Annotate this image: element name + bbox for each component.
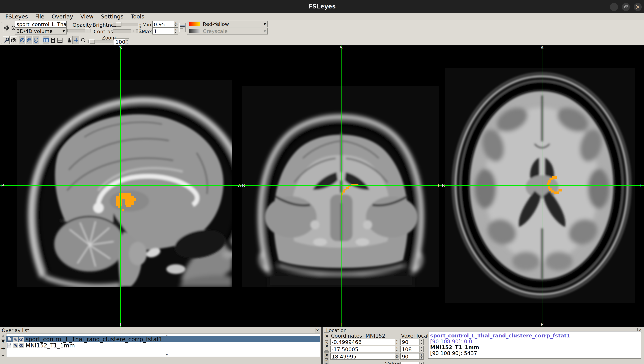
overlay-list-row[interactable]: MNI152_T1_1mm — [6, 342, 320, 348]
toggle-sagittal-button[interactable] — [19, 36, 26, 44]
remove-overlay-button[interactable]: - — [1, 352, 6, 358]
opacity-slider-handle[interactable] — [85, 28, 90, 33]
volume-spinbox[interactable]: ▲▼ — [400, 362, 423, 364]
reset-brightness-contrast-button[interactable]: RESET — [139, 23, 142, 33]
overlay-name[interactable]: sport_control_L_Thal_rand_clustere_corrp… — [26, 336, 162, 342]
coronal-view-canvas[interactable] — [242, 86, 439, 287]
voxel-x-spinbox[interactable]: 90 ▲▼ — [400, 339, 423, 345]
title-bar[interactable]: FSLeyes × — [0, 0, 644, 13]
menu-settings[interactable]: Settings — [97, 13, 127, 20]
document-icon[interactable] — [7, 336, 12, 342]
restore-button[interactable] — [622, 3, 630, 11]
max-spinbox[interactable]: 1 ▲▼ — [152, 28, 178, 34]
contrast-slider[interactable] — [113, 29, 138, 33]
voxel-z-spinbox[interactable]: 90 ▲▼ — [400, 353, 423, 360]
menu-overlay[interactable]: Overlay — [48, 13, 77, 20]
crosshair-plus-icon — [74, 38, 79, 43]
colormap-value: Red-Yellow — [203, 21, 262, 27]
tab-location[interactable]: Location — [324, 332, 329, 352]
overlay-name[interactable]: MNI152_T1_1mm — [26, 342, 75, 349]
max-value[interactable]: 1 — [153, 28, 174, 34]
coordinate-y-spinbox[interactable]: -17.50005 ▲▼ — [330, 346, 399, 352]
colormap-select[interactable]: Red-Yellow ▼ — [187, 21, 268, 28]
panel-sash[interactable] — [321, 327, 323, 364]
move-overlay-up-button[interactable]: ▲ — [1, 334, 6, 338]
brightness-slider[interactable] — [113, 23, 138, 26]
toggle-axial-button[interactable] — [33, 36, 39, 44]
overlay-list-close-button[interactable]: × — [315, 328, 320, 332]
unlink-overlay-button[interactable] — [13, 336, 18, 342]
toggle-coronal-button[interactable] — [26, 36, 33, 44]
magnify-mode-button[interactable] — [80, 36, 86, 44]
opacity-slider[interactable] — [67, 29, 91, 32]
coordinate-z-spinbox[interactable]: 18.49995 ▲▼ — [330, 353, 399, 360]
brightness-slider-handle[interactable] — [116, 22, 121, 27]
ortho-toolbar: Zoom 100 ▲▼ — [0, 35, 644, 46]
orientation-label: I — [120, 322, 121, 327]
spin-up-icon[interactable]: ▲ — [174, 28, 178, 32]
eye-icon — [19, 338, 24, 341]
zoom-slider-handle[interactable] — [89, 39, 95, 44]
minimize-button[interactable] — [610, 3, 618, 11]
overlay-list-title: Overlay list — [2, 328, 29, 333]
coronal-brain-icon — [27, 38, 32, 43]
layout-vertical-button[interactable] — [50, 36, 56, 44]
spin-up-icon[interactable]: ▲ — [125, 39, 129, 42]
orientation-label: L — [640, 183, 642, 188]
spin-down-icon[interactable]: ▼ — [125, 42, 129, 45]
orientation-label: A — [541, 46, 544, 50]
screenshot-button[interactable] — [10, 36, 17, 44]
close-button[interactable]: × — [634, 3, 642, 11]
contrast-slider-handle[interactable] — [131, 29, 136, 33]
overlay-list-row[interactable]: sport_control_L_Thal_rand_clustere_corrp… — [6, 336, 320, 342]
view-settings-button[interactable] — [3, 36, 10, 44]
voxel-y-spinbox[interactable]: 108 ▲▼ — [400, 346, 423, 352]
orientation-label: P — [1, 183, 4, 188]
close-icon: × — [316, 328, 319, 332]
zoom-label: Zoom — [102, 35, 116, 41]
gear-icon — [4, 25, 10, 31]
colourbar-toggle-button[interactable] — [179, 23, 185, 32]
overlay-display-settings-button[interactable] — [3, 24, 10, 32]
unlink-overlay-button[interactable] — [13, 343, 18, 348]
layout-grid-button[interactable] — [57, 36, 63, 44]
layout-horizontal-button[interactable] — [43, 36, 49, 44]
toolbar-grip[interactable] — [1, 36, 2, 44]
overlay-type-select[interactable]: 3D/4D volume ▼ — [15, 28, 67, 34]
toggle-visibility-button[interactable] — [19, 336, 24, 342]
ortho-canvas[interactable]: S I P A S I R L A P R L — [0, 46, 644, 327]
spin-down-icon[interactable]: ▼ — [174, 32, 178, 34]
overlay-type-value: 3D/4D volume — [17, 28, 61, 34]
zoom-spinbox[interactable]: 100 ▲▼ — [114, 38, 129, 45]
movie-mode-button[interactable] — [67, 36, 73, 44]
window-title: FSLeyes — [308, 3, 336, 10]
sagittal-brain-icon — [20, 38, 25, 43]
vertical-layout-icon — [51, 38, 55, 43]
dropdown-arrow-icon: ▼ — [262, 21, 267, 27]
tab-history[interactable]: History — [324, 352, 329, 364]
min-spinbox[interactable]: 0.95 ▲▼ — [152, 21, 178, 28]
menu-file[interactable]: File — [32, 13, 48, 20]
menu-fsleyes[interactable]: FSLeyes — [2, 13, 32, 20]
toolbar-grip[interactable] — [1, 22, 2, 32]
spin-down-icon[interactable]: ▼ — [174, 24, 178, 28]
spin-up-icon[interactable]: ▲ — [174, 22, 178, 24]
menu-tools[interactable]: Tools — [127, 13, 148, 20]
document-icon[interactable] — [7, 343, 12, 348]
toggle-cursor-button[interactable] — [73, 36, 79, 44]
toggle-visibility-button[interactable] — [19, 343, 24, 348]
zoom-value[interactable]: 100 — [114, 39, 125, 45]
move-overlay-down-button[interactable]: ▼ — [1, 338, 6, 344]
negative-colormap-select[interactable]: Greyscale ▼ — [187, 28, 268, 34]
overlay-list[interactable]: ▲ — [6, 333, 320, 357]
menu-view[interactable]: View — [77, 13, 97, 20]
add-overlay-button[interactable]: + — [1, 345, 6, 352]
scroll-down-icon[interactable]: ▼ — [163, 353, 170, 356]
coordinate-x-spinbox[interactable]: -0.4999466 ▲▼ — [330, 339, 399, 345]
sagittal-view-canvas[interactable] — [17, 80, 232, 287]
min-value[interactable]: 0.95 — [153, 22, 174, 27]
overlay-name-input[interactable]: sport_control_L_Thal_rand_cl — [15, 21, 67, 28]
crosshair-vertical-axial — [542, 46, 542, 327]
max-label: Max. — [142, 29, 154, 34]
crosshair-vertical-sagittal — [120, 46, 121, 327]
